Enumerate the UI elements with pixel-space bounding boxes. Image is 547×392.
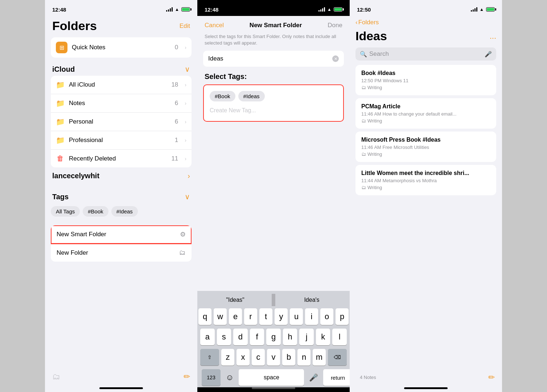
key-g[interactable]: g — [266, 329, 281, 345]
key-return[interactable]: return — [323, 369, 350, 386]
key-p[interactable]: p — [336, 308, 349, 325]
search-bar[interactable]: 🔍 Search 🎤 — [355, 47, 496, 61]
key-a[interactable]: a — [200, 329, 215, 345]
key-b[interactable]: b — [282, 349, 295, 366]
key-v[interactable]: v — [267, 349, 280, 366]
key-s[interactable]: s — [217, 329, 231, 345]
left-status-bar: 12:48 ▲ — [45, 0, 197, 16]
note-item-4[interactable]: Little Women meet the incredible shri...… — [355, 165, 496, 195]
tag-all[interactable]: All Tags — [51, 206, 80, 217]
key-f[interactable]: f — [250, 329, 264, 345]
key-o[interactable]: o — [320, 308, 333, 325]
battery-icon — [181, 7, 190, 12]
key-emoji[interactable]: ☺ — [223, 371, 237, 384]
note-title-1: Book #Ideas — [361, 70, 490, 76]
cancel-button[interactable]: Cancel — [205, 22, 224, 29]
key-y[interactable]: y — [275, 308, 288, 325]
key-t[interactable]: t — [259, 308, 272, 325]
mic-icon[interactable]: 🎤 — [306, 372, 321, 383]
key-e[interactable]: e — [229, 308, 242, 325]
folder-row-personal[interactable]: 📁 Personal 6 › — [51, 113, 192, 131]
right-compose-icon[interactable]: ✏ — [488, 373, 495, 382]
right-time: 12:50 — [357, 7, 371, 13]
folder-row-professional[interactable]: 📁 Professional 1 › — [51, 131, 192, 150]
folder-row-notes[interactable]: 📁 Notes 6 › — [51, 94, 192, 113]
key-h[interactable]: h — [283, 329, 297, 345]
note-item-3[interactable]: Microsoft Press Book #Ideas 11:46 AM Fre… — [355, 132, 496, 162]
right-status-bar: 12:50 ▲ — [350, 0, 502, 16]
modal-title: New Smart Folder — [250, 22, 302, 29]
tags-select-area[interactable]: #Book #Ideas Create New Tag... — [203, 84, 344, 122]
trash-icon: 🗑 — [56, 154, 65, 163]
key-j[interactable]: j — [299, 329, 314, 345]
done-button[interactable]: Done — [328, 22, 342, 29]
battery-icon-right — [486, 7, 495, 12]
folder-row-all-icloud[interactable]: 📁 All iCloud 18 › — [51, 76, 192, 94]
back-button[interactable]: ‹ Folders — [355, 16, 496, 28]
signal-icon-mid — [318, 7, 325, 12]
compose-icon[interactable]: ✏ — [184, 372, 190, 381]
wifi-icon: ▲ — [175, 7, 179, 12]
note-meta-2: 11:46 AM How to change your default emai… — [361, 111, 490, 117]
right-phone: 12:50 ▲ ‹ Folders ··· — [350, 0, 502, 392]
key-d[interactable]: d — [233, 329, 248, 345]
middle-time: 12:48 — [205, 7, 218, 13]
signal-icon — [166, 7, 173, 12]
new-smart-folder-row[interactable]: New Smart Folder ⚙ — [51, 225, 192, 244]
account-chevron[interactable]: › — [188, 172, 190, 180]
key-123[interactable]: 123 — [202, 369, 221, 386]
key-u[interactable]: u — [290, 308, 303, 325]
note-item-1[interactable]: Book #Ideas 12:50 PM Windows 11 🗂 Writin… — [355, 65, 496, 95]
note-item-2[interactable]: PCMag Article 11:46 AM How to change you… — [355, 98, 496, 129]
tags-title: Tags — [52, 193, 69, 201]
key-delete[interactable]: ⌫ — [328, 349, 347, 366]
edit-button[interactable]: Edit — [180, 22, 190, 30]
key-x[interactable]: x — [237, 349, 250, 366]
key-l[interactable]: l — [332, 329, 347, 345]
folder-icon-all: 📁 — [56, 80, 65, 89]
key-k[interactable]: k — [316, 329, 330, 345]
note-folder-1: 🗂 Writing — [361, 85, 490, 90]
quick-notes-row[interactable]: ⊞ Quick Notes 0 › — [51, 37, 192, 58]
tag-book[interactable]: #Book — [83, 206, 108, 217]
key-shift[interactable]: ⇧ — [200, 349, 219, 366]
microphone-icon[interactable]: 🎤 — [485, 51, 492, 58]
keyboard-rows: q w e r t y u i o p a s d — [199, 308, 348, 386]
tags-section: Tags ∨ All Tags #Book #Ideas — [51, 188, 192, 220]
key-i[interactable]: i — [305, 308, 318, 325]
note-title-4: Little Women meet the incredible shri... — [361, 170, 490, 176]
tags-section-header: Tags ∨ — [51, 188, 192, 203]
select-tags-title: Select Tags: — [197, 72, 350, 84]
middle-phone: 12:48 ▲ Cancel New Smart Folder Done — [197, 0, 350, 392]
folder-name-input[interactable] — [208, 55, 329, 62]
clear-input-button[interactable]: ✕ — [332, 55, 339, 62]
folder-chevron-personal: › — [185, 119, 186, 125]
more-options-button[interactable]: ··· — [490, 33, 496, 43]
folder-name-deleted: Recently Deleted — [69, 155, 167, 162]
folder-count-personal: 6 — [175, 118, 178, 125]
folder-row-deleted[interactable]: 🗑 Recently Deleted 11 › — [51, 150, 192, 167]
quick-notes-label: Quick Notes — [72, 44, 170, 51]
tag-ideas[interactable]: #Ideas — [111, 206, 138, 217]
key-q[interactable]: q — [198, 308, 211, 325]
key-c[interactable]: c — [252, 349, 265, 366]
icloud-collapse-icon[interactable]: ∨ — [185, 65, 190, 74]
key-w[interactable]: w — [214, 308, 227, 325]
create-tag-placeholder[interactable]: Create New Tag... — [210, 106, 337, 115]
right-content: ‹ Folders ··· Ideas 🔍 Search 🎤 Book #Ide… — [350, 16, 502, 387]
selected-tag-book[interactable]: #Book — [210, 91, 235, 101]
autocomplete-ideas-apos[interactable]: Idea's — [275, 294, 348, 306]
selected-tag-ideas[interactable]: #Ideas — [238, 91, 265, 101]
key-r[interactable]: r — [244, 308, 257, 325]
tags-collapse-icon[interactable]: ∨ — [185, 192, 190, 201]
key-m[interactable]: m — [313, 349, 326, 366]
new-folder-row[interactable]: New Folder 🗂 — [51, 244, 192, 262]
key-z[interactable]: z — [221, 349, 234, 366]
key-space[interactable]: space — [239, 369, 304, 386]
autocomplete-ideas-quoted[interactable]: "Ideas" — [199, 294, 272, 306]
quick-notes-icon: ⊞ — [56, 42, 67, 53]
key-n[interactable]: n — [297, 349, 310, 366]
notes-count: 4 Notes — [357, 372, 379, 383]
wifi-icon-right: ▲ — [480, 7, 484, 12]
signal-icon-right — [471, 7, 477, 12]
